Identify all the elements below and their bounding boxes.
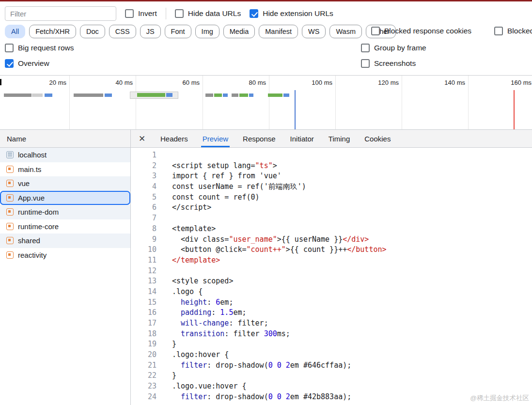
waterfall-bar-gray <box>205 93 213 97</box>
filter-pill-manifest[interactable]: Manifest <box>259 25 298 38</box>
hide-extension-urls-checkbox[interactable]: Hide extension URLs <box>250 9 333 18</box>
line-number: 23 <box>131 381 156 392</box>
code-line: 3import { ref } from 'vue' <box>131 171 532 182</box>
code-text: will-change: filter; <box>172 318 268 329</box>
code-text: <style scoped> <box>172 276 233 287</box>
script-icon <box>6 166 14 173</box>
blocked-requests-checkbox[interactable]: Blocked <box>494 27 532 35</box>
tab-response[interactable]: Response <box>241 130 277 147</box>
timeline-gridline <box>269 76 269 129</box>
detail-tabbar: ✕ HeadersPreviewResponseInitiatorTimingC… <box>131 130 532 148</box>
request-name: runtime-core <box>18 222 59 231</box>
waterfall-bar-gray <box>232 93 238 97</box>
checkbox-box-icon <box>5 59 14 68</box>
code-line: 12 <box>131 266 532 277</box>
tab-preview[interactable]: Preview <box>201 130 230 147</box>
timeline-gridline <box>203 76 203 129</box>
code-text: } <box>172 339 176 350</box>
request-row-localhost[interactable]: localhost <box>0 148 130 162</box>
request-row-runtime-dom[interactable]: runtime-dom <box>0 205 130 219</box>
filter-pill-js[interactable]: JS <box>140 25 161 38</box>
timeline-tick-label: 20 ms <box>32 79 66 86</box>
code-line: 7 <box>131 213 532 224</box>
blocked-response-cookies-checkbox[interactable]: Blocked response cookies <box>371 27 471 35</box>
timeline-tick-label: 120 ms <box>365 79 399 86</box>
hide-data-urls-checkbox[interactable]: Hide data URLs <box>175 9 241 18</box>
line-number: 14 <box>131 287 156 297</box>
network-toolbar: Invert Hide data URLs Hide extension URL… <box>5 6 333 21</box>
code-line: 19} <box>131 339 532 350</box>
filter-pill-fetch-xhr[interactable]: Fetch/XHR <box>29 25 76 38</box>
code-line: 17 will-change: filter; <box>131 318 532 329</box>
big-request-rows-checkbox[interactable]: Big request rows <box>5 44 74 52</box>
filter-input[interactable] <box>5 6 116 21</box>
request-name: main.ts <box>18 165 41 173</box>
name-column-header[interactable]: Name <box>0 130 131 148</box>
waterfall-bar-gray <box>74 93 103 97</box>
tab-cookies[interactable]: Cookies <box>363 130 392 147</box>
timeline-origin-tick <box>0 79 1 85</box>
code-line: 16 padding: 1.5em; <box>131 308 532 318</box>
screenshots-checkbox[interactable]: Screenshots <box>361 59 416 68</box>
tab-timing[interactable]: Timing <box>327 130 351 147</box>
filter-pill-ws[interactable]: WS <box>302 25 326 38</box>
line-number: 18 <box>131 329 156 340</box>
request-row-vue[interactable]: vue <box>0 176 130 191</box>
tab-initiator[interactable]: Initiator <box>289 130 315 147</box>
request-row-main.ts[interactable]: main.ts <box>0 162 130 177</box>
script-icon <box>6 223 14 230</box>
timeline-tick-label: 140 ms <box>431 79 465 86</box>
waterfall-bar-green <box>137 93 165 97</box>
code-line: 6</script> <box>131 202 532 213</box>
checkbox-label: Invert <box>138 9 157 18</box>
request-row-runtime-core[interactable]: runtime-core <box>0 219 130 234</box>
request-name: App.vue <box>18 194 45 202</box>
group-by-frame-checkbox[interactable]: Group by frame <box>361 44 426 52</box>
code-line: 14.logo { <box>131 287 532 297</box>
timeline-tick-label: 80 ms <box>232 79 266 86</box>
close-icon[interactable]: ✕ <box>131 130 153 147</box>
timeline-tick-label: 40 ms <box>99 79 133 86</box>
invert-checkbox[interactable]: Invert <box>125 9 157 18</box>
filter-pill-img[interactable]: Img <box>195 25 219 38</box>
request-row-reactivity[interactable]: reactivity <box>0 248 130 263</box>
code-text: filter: drop-shadow(0 0 2em #646cffaa); <box>172 360 351 371</box>
code-line: 5const count = ref(0) <box>131 192 532 203</box>
filter-pill-font[interactable]: Font <box>165 25 191 38</box>
line-number: 8 <box>131 224 156 234</box>
timeline-overview[interactable]: 20 ms40 ms60 ms80 ms100 ms120 ms140 ms16… <box>0 75 532 130</box>
request-name: shared <box>18 236 40 245</box>
waterfall-bar-blue <box>223 93 228 97</box>
code-text: .logo { <box>172 287 203 297</box>
filter-pill-all[interactable]: All <box>5 25 25 38</box>
checkbox-box-icon <box>371 27 380 35</box>
request-row-shared[interactable]: shared <box>0 234 130 248</box>
code-text: height: 6em; <box>172 297 233 308</box>
filter-pill-media[interactable]: Media <box>223 25 255 38</box>
request-name: reactivity <box>18 251 47 259</box>
checkbox-label: Blocked response cookies <box>384 27 471 35</box>
timeline-gridline <box>136 76 136 129</box>
filter-pill-css[interactable]: CSS <box>109 25 136 38</box>
script-icon <box>6 194 14 202</box>
line-number: 17 <box>131 318 156 329</box>
overview-checkbox[interactable]: Overview <box>5 59 49 68</box>
top-edge-strip <box>0 0 532 1</box>
checkbox-label: Screenshots <box>374 59 416 68</box>
waterfall-bar-gray <box>4 93 31 97</box>
code-line: 8<template> <box>131 224 532 234</box>
line-number: 4 <box>131 182 156 192</box>
line-number: 12 <box>131 266 156 277</box>
request-row-App.vue[interactable]: App.vue <box>0 191 130 205</box>
timeline-gridline <box>335 76 336 129</box>
filter-pill-wasm[interactable]: Wasm <box>329 25 362 38</box>
line-number: 15 <box>131 297 156 308</box>
code-text: </template> <box>172 255 220 266</box>
tab-headers[interactable]: Headers <box>159 130 189 147</box>
code-text: filter: drop-shadow(0 0 2em #42b883aa); <box>172 392 351 403</box>
filter-pill-doc[interactable]: Doc <box>80 25 105 38</box>
code-viewer[interactable]: 12<script setup lang="ts">3import { ref … <box>131 148 532 405</box>
timeline-tick-label: 60 ms <box>166 79 200 86</box>
filter-pill-bar: AllFetch/XHRDocCSSJSFontImgMediaManifest… <box>5 25 396 38</box>
checkbox-box-icon <box>361 59 370 68</box>
